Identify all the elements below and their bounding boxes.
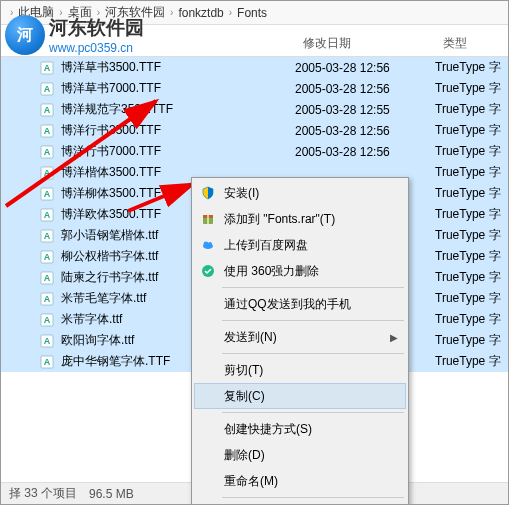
file-type: TrueType 字 (435, 227, 508, 244)
svg-text:A: A (44, 84, 51, 94)
file-type: TrueType 字 (435, 269, 508, 286)
file-type: TrueType 字 (435, 80, 508, 97)
svg-text:A: A (44, 294, 51, 304)
font-file-icon: A (39, 186, 55, 202)
svg-text:A: A (44, 315, 51, 325)
header-type[interactable]: 类型 (435, 31, 508, 56)
file-type: TrueType 字 (435, 164, 508, 181)
file-type: TrueType 字 (435, 59, 508, 76)
menu-label: 剪切(T) (224, 362, 263, 379)
svg-text:A: A (44, 189, 51, 199)
menu-cut[interactable]: 剪切(T) (194, 357, 406, 383)
font-file-icon: A (39, 81, 55, 97)
svg-text:A: A (44, 273, 51, 283)
menu-360-delete[interactable]: 使用 360强力删除 (194, 258, 406, 284)
archive-icon (200, 211, 216, 227)
file-name: 博洋行书7000.TTF (61, 143, 295, 160)
menu-install[interactable]: 安装(I) (194, 180, 406, 206)
menu-separator (222, 497, 404, 498)
file-type: TrueType 字 (435, 290, 508, 307)
chevron-right-icon: › (226, 7, 235, 18)
svg-text:A: A (44, 231, 51, 241)
svg-text:A: A (44, 168, 51, 178)
file-row[interactable]: A博洋行书3500.TTF2005-03-28 12:56TrueType 字 (1, 120, 508, 141)
font-file-icon: A (39, 123, 55, 139)
file-row[interactable]: A博洋草书3500.TTF2005-03-28 12:56TrueType 字 (1, 57, 508, 78)
svg-text:A: A (44, 357, 51, 367)
file-type: TrueType 字 (435, 311, 508, 328)
file-name: 博洋草书7000.TTF (61, 80, 295, 97)
svg-text:A: A (44, 147, 51, 157)
menu-separator (222, 287, 404, 288)
font-file-icon: A (39, 228, 55, 244)
file-row[interactable]: A博洋规范字3500.TTF2005-03-28 12:55TrueType 字 (1, 99, 508, 120)
font-file-icon: A (39, 60, 55, 76)
menu-label: 上传到百度网盘 (224, 237, 308, 254)
file-type: TrueType 字 (435, 248, 508, 265)
menu-separator (222, 320, 404, 321)
file-type: TrueType 字 (435, 101, 508, 118)
svg-text:A: A (44, 126, 51, 136)
menu-delete[interactable]: 删除(D) (194, 442, 406, 468)
logo-name: 河东软件园 (49, 15, 144, 41)
chevron-right-icon: ▶ (390, 332, 398, 343)
svg-text:A: A (44, 252, 51, 262)
font-file-icon: A (39, 270, 55, 286)
file-name: 博洋草书3500.TTF (61, 59, 295, 76)
font-file-icon: A (39, 207, 55, 223)
menu-label: 使用 360强力删除 (224, 263, 319, 280)
menu-label: 复制(C) (224, 388, 265, 405)
menu-create-shortcut[interactable]: 创建快捷方式(S) (194, 416, 406, 442)
file-type: TrueType 字 (435, 143, 508, 160)
menu-label: 删除(D) (224, 447, 265, 464)
menu-separator (222, 412, 404, 413)
font-file-icon: A (39, 165, 55, 181)
svg-point-35 (208, 242, 212, 246)
file-name: 博洋行书3500.TTF (61, 122, 295, 139)
font-file-icon: A (39, 102, 55, 118)
file-type: TrueType 字 (435, 185, 508, 202)
svg-text:A: A (44, 63, 51, 73)
font-file-icon: A (39, 144, 55, 160)
file-type: TrueType 字 (435, 122, 508, 139)
crumb-item[interactable]: fonkztdb (178, 6, 223, 20)
file-date: 2005-03-28 12:56 (295, 61, 435, 75)
context-menu: 安装(I) 添加到 "Fonts.rar"(T) 上传到百度网盘 使用 360强… (191, 177, 409, 505)
file-row[interactable]: A博洋草书7000.TTF2005-03-28 12:56TrueType 字 (1, 78, 508, 99)
watermark-logo: 河 河东软件园 www.pc0359.cn (5, 15, 144, 55)
logo-url: www.pc0359.cn (49, 41, 144, 55)
header-date[interactable]: 修改日期 (295, 31, 435, 56)
menu-label: 安装(I) (224, 185, 259, 202)
menu-separator (222, 353, 404, 354)
file-type: TrueType 字 (435, 353, 508, 370)
menu-send-to[interactable]: 发送到(N) ▶ (194, 324, 406, 350)
menu-upload-baidu[interactable]: 上传到百度网盘 (194, 232, 406, 258)
menu-label: 添加到 "Fonts.rar"(T) (224, 211, 335, 228)
menu-copy[interactable]: 复制(C) (194, 383, 406, 409)
svg-text:A: A (44, 105, 51, 115)
svg-point-34 (204, 242, 209, 247)
cloud-icon (200, 237, 216, 253)
menu-add-rar[interactable]: 添加到 "Fonts.rar"(T) (194, 206, 406, 232)
svg-text:A: A (44, 336, 51, 346)
file-date: 2005-03-28 12:56 (295, 145, 435, 159)
menu-properties[interactable]: 属性(R) (194, 501, 406, 505)
delete-icon (200, 263, 216, 279)
menu-rename[interactable]: 重命名(M) (194, 468, 406, 494)
status-size: 96.5 MB (89, 487, 134, 501)
file-name: 博洋规范字3500.TTF (61, 101, 295, 118)
font-file-icon: A (39, 333, 55, 349)
file-row[interactable]: A博洋行书7000.TTF2005-03-28 12:56TrueType 字 (1, 141, 508, 162)
menu-label: 重命名(M) (224, 473, 278, 490)
menu-send-qq[interactable]: 通过QQ发送到我的手机 (194, 291, 406, 317)
menu-label: 发送到(N) (224, 329, 277, 346)
file-type: TrueType 字 (435, 206, 508, 223)
file-date: 2005-03-28 12:55 (295, 103, 435, 117)
logo-icon: 河 (5, 15, 45, 55)
svg-text:A: A (44, 210, 51, 220)
font-file-icon: A (39, 312, 55, 328)
crumb-item[interactable]: Fonts (237, 6, 267, 20)
font-file-icon: A (39, 354, 55, 370)
font-file-icon: A (39, 291, 55, 307)
chevron-right-icon: › (167, 7, 176, 18)
